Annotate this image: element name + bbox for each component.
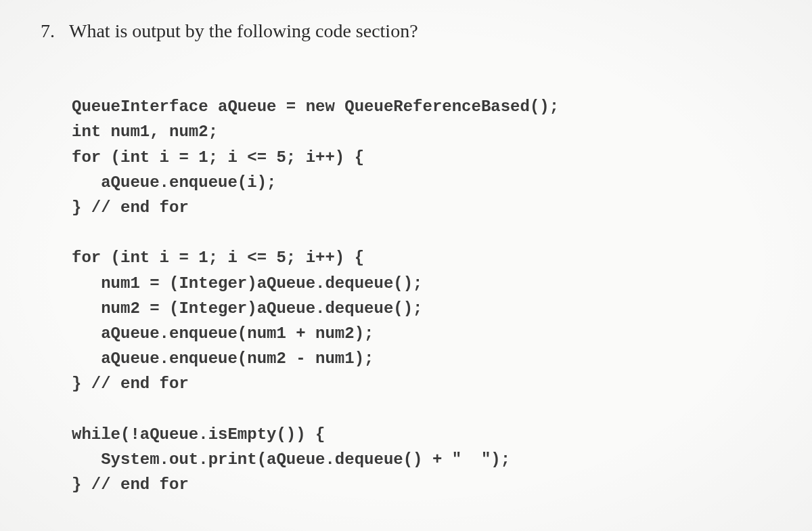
code-line: } // end for [72,475,189,494]
code-line: QueueInterface aQueue = new QueueReferen… [72,98,559,116]
code-block: QueueInterface aQueue = new QueueReferen… [72,69,771,497]
question-number: 7. [41,20,60,42]
code-line: int num1, num2; [72,123,218,141]
code-line: System.out.print(aQueue.dequeue() + " ")… [72,450,510,469]
question-text: What is output by the following code sec… [69,20,418,42]
code-line: for (int i = 1; i <= 5; i++) { [72,249,364,267]
question-header: 7. What is output by the following code … [41,20,771,42]
code-line: for (int i = 1; i <= 5; i++) { [72,148,364,167]
code-line: aQueue.enqueue(num2 - num1); [72,349,374,368]
code-line: } // end for [72,198,189,217]
code-line: while(!aQueue.isEmpty()) { [72,425,325,444]
code-line: num2 = (Integer)aQueue.dequeue(); [72,299,422,318]
code-line: } // end for [72,375,189,393]
code-line: num1 = (Integer)aQueue.dequeue(); [72,274,422,293]
code-line: aQueue.enqueue(num1 + num2); [72,324,374,343]
code-line: aQueue.enqueue(i); [72,173,276,192]
